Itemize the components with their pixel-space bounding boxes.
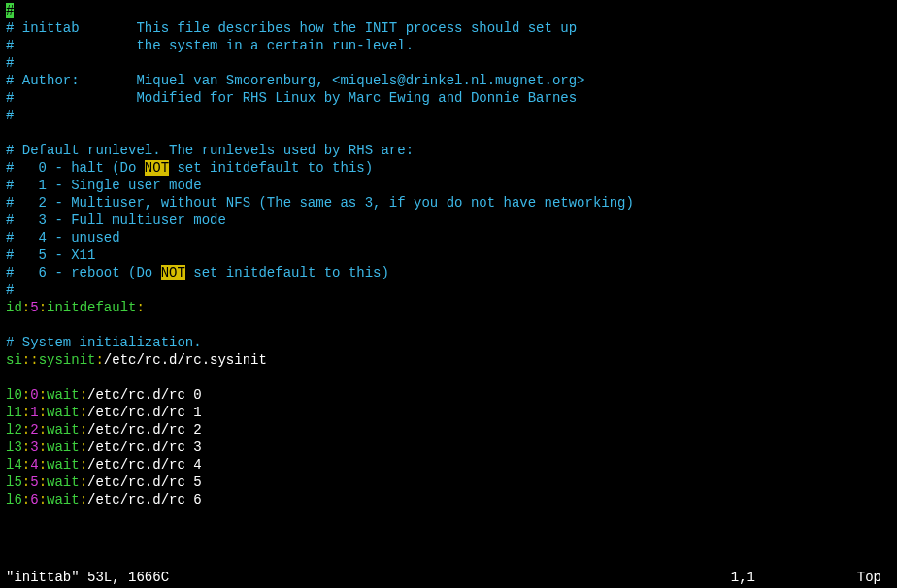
comment-line: #	[6, 107, 891, 124]
sysinit-line: si::sysinit:/etc/rc.d/rc.sysinit	[6, 351, 891, 369]
comment-line: # 2 - Multiuser, without NFS (The same a…	[6, 194, 891, 212]
comment-line: # 3 - Full multiuser mode	[6, 212, 891, 229]
comment-line: # Default runlevel. The runlevels used b…	[6, 142, 891, 159]
comment-line: # 1 - Single user mode	[6, 177, 891, 194]
comment-line: #	[6, 281, 891, 299]
status-position: 1,1	[731, 569, 755, 586]
not-highlight: NOT	[161, 265, 185, 280]
status-percent: Top	[857, 569, 881, 586]
comment-line: # 6 - reboot (Do NOT set initdefault to …	[6, 264, 891, 281]
not-highlight: NOT	[145, 160, 169, 176]
comment-line: # 4 - unused	[6, 229, 891, 246]
comment-line: # Modified for RHS Linux by Marc Ewing a…	[6, 89, 891, 107]
status-bar: "inittab" 53L, 1666C 1,1 Top	[6, 569, 891, 586]
cursor: #	[6, 3, 14, 18]
comment-line: # 5 - X11	[6, 246, 891, 264]
runlevel-line: l0:0:wait:/etc/rc.d/rc 0	[6, 386, 891, 404]
editor-area[interactable]: # # inittab This file describes how the …	[6, 2, 891, 508]
comment-line: # the system in a certain run-level.	[6, 37, 891, 54]
comment-line: # System initialization.	[6, 334, 891, 351]
comment-line: # 0 - halt (Do NOT set initdefault to th…	[6, 159, 891, 177]
blank-line	[6, 124, 891, 142]
runlevel-line: l2:2:wait:/etc/rc.d/rc 2	[6, 421, 891, 439]
blank-line	[6, 369, 891, 386]
comment-line: # Author: Miquel van Smoorenburg, <mique…	[6, 72, 891, 89]
runlevel-line: l3:3:wait:/etc/rc.d/rc 3	[6, 439, 891, 456]
runlevel-line: l4:4:wait:/etc/rc.d/rc 4	[6, 456, 891, 474]
runlevel-line: l1:1:wait:/etc/rc.d/rc 1	[6, 404, 891, 421]
comment-line: #	[6, 54, 891, 72]
runlevel-line: l5:5:wait:/etc/rc.d/rc 5	[6, 474, 891, 491]
status-file: "inittab" 53L, 1666C	[6, 569, 169, 586]
initdefault-line: id:5:initdefault:	[6, 299, 891, 316]
comment-line: # inittab This file describes how the IN…	[6, 19, 891, 37]
runlevel-line: l6:6:wait:/etc/rc.d/rc 6	[6, 491, 891, 508]
blank-line	[6, 316, 891, 334]
